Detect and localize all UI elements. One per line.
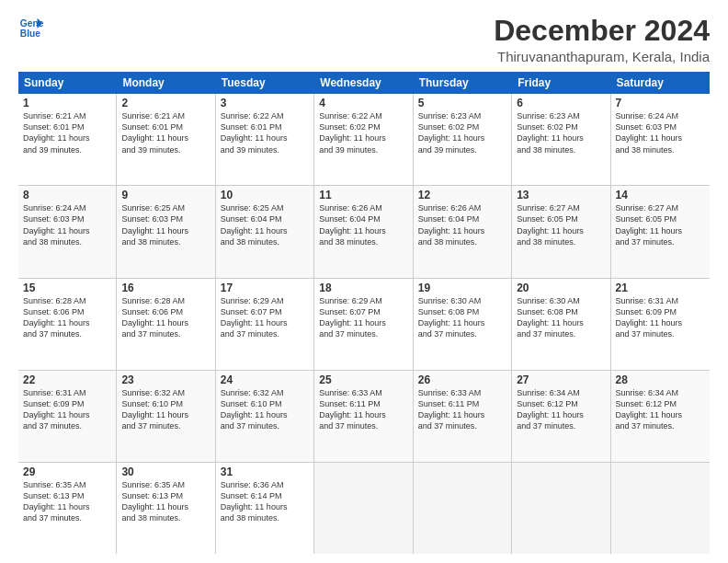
- calendar-cell: 6Sunrise: 6:23 AMSunset: 6:02 PMDaylight…: [512, 94, 610, 185]
- day-info: Sunrise: 6:25 AMSunset: 6:04 PMDaylight:…: [221, 202, 309, 247]
- day-number: 28: [616, 373, 705, 386]
- day-info: Sunrise: 6:22 AMSunset: 6:02 PMDaylight:…: [319, 110, 407, 155]
- calendar-row: 22Sunrise: 6:31 AMSunset: 6:09 PMDayligh…: [18, 371, 710, 463]
- calendar-cell: 27Sunrise: 6:34 AMSunset: 6:12 PMDayligh…: [512, 371, 610, 462]
- day-number: 6: [517, 97, 605, 109]
- day-number: 17: [221, 282, 309, 294]
- day-number: 31: [221, 465, 309, 478]
- day-number: 16: [121, 282, 210, 294]
- calendar-cell: 28Sunrise: 6:34 AMSunset: 6:12 PMDayligh…: [611, 371, 710, 462]
- calendar-row: 8Sunrise: 6:24 AMSunset: 6:03 PMDaylight…: [18, 186, 710, 278]
- calendar-cell: 12Sunrise: 6:26 AMSunset: 6:04 PMDayligh…: [414, 186, 512, 277]
- day-number: 9: [121, 189, 210, 201]
- calendar-cell: 26Sunrise: 6:33 AMSunset: 6:11 PMDayligh…: [414, 371, 512, 462]
- day-info: Sunrise: 6:35 AMSunset: 6:13 PMDaylight:…: [23, 479, 111, 524]
- day-number: 26: [418, 373, 506, 386]
- day-info: Sunrise: 6:22 AMSunset: 6:01 PMDaylight:…: [221, 110, 309, 155]
- day-number: 1: [23, 97, 111, 109]
- calendar-cell: 31Sunrise: 6:36 AMSunset: 6:14 PMDayligh…: [216, 463, 314, 554]
- weekday-header: Monday: [117, 72, 215, 94]
- logo: General Blue: [18, 15, 44, 40]
- header: General Blue December 2024 Thiruvanantha…: [18, 15, 710, 64]
- day-number: 21: [616, 282, 705, 294]
- calendar-cell: 22Sunrise: 6:31 AMSunset: 6:09 PMDayligh…: [18, 371, 117, 462]
- day-info: Sunrise: 6:29 AMSunset: 6:07 PMDaylight:…: [221, 295, 309, 340]
- weekday-header: Friday: [512, 72, 610, 94]
- day-info: Sunrise: 6:33 AMSunset: 6:11 PMDaylight:…: [319, 387, 407, 432]
- day-info: Sunrise: 6:27 AMSunset: 6:05 PMDaylight:…: [517, 202, 605, 247]
- day-info: Sunrise: 6:30 AMSunset: 6:08 PMDaylight:…: [517, 295, 605, 340]
- day-info: Sunrise: 6:36 AMSunset: 6:14 PMDaylight:…: [221, 479, 309, 524]
- day-number: 5: [418, 97, 506, 109]
- calendar-header: SundayMondayTuesdayWednesdayThursdayFrid…: [18, 72, 710, 94]
- logo-icon: General Blue: [18, 15, 44, 40]
- day-number: 24: [221, 373, 309, 386]
- day-number: 18: [319, 282, 407, 294]
- day-number: 27: [517, 373, 605, 386]
- weekday-header: Saturday: [611, 72, 710, 94]
- day-number: 23: [121, 373, 210, 386]
- weekday-header: Sunday: [18, 72, 117, 94]
- calendar-cell: 9Sunrise: 6:25 AMSunset: 6:03 PMDaylight…: [117, 186, 215, 277]
- calendar-cell: 30Sunrise: 6:35 AMSunset: 6:13 PMDayligh…: [117, 463, 215, 554]
- day-info: Sunrise: 6:34 AMSunset: 6:12 PMDaylight:…: [517, 387, 605, 432]
- day-number: 11: [319, 189, 407, 201]
- day-info: Sunrise: 6:21 AMSunset: 6:01 PMDaylight:…: [121, 110, 210, 155]
- day-number: 29: [23, 465, 111, 478]
- calendar-cell: 4Sunrise: 6:22 AMSunset: 6:02 PMDaylight…: [314, 94, 413, 185]
- subtitle: Thiruvananthapuram, Kerala, India: [494, 49, 710, 64]
- calendar-cell: [512, 463, 610, 554]
- calendar-cell: [611, 463, 710, 554]
- day-number: 15: [23, 282, 111, 294]
- calendar-row: 1Sunrise: 6:21 AMSunset: 6:01 PMDaylight…: [18, 94, 710, 186]
- calendar-cell: 13Sunrise: 6:27 AMSunset: 6:05 PMDayligh…: [512, 186, 610, 277]
- weekday-header: Thursday: [414, 72, 512, 94]
- day-number: 13: [517, 189, 605, 201]
- day-info: Sunrise: 6:23 AMSunset: 6:02 PMDaylight:…: [517, 110, 605, 155]
- calendar-cell: 25Sunrise: 6:33 AMSunset: 6:11 PMDayligh…: [314, 371, 413, 462]
- day-info: Sunrise: 6:32 AMSunset: 6:10 PMDaylight:…: [121, 387, 210, 432]
- calendar-row: 15Sunrise: 6:28 AMSunset: 6:06 PMDayligh…: [18, 279, 710, 371]
- day-info: Sunrise: 6:32 AMSunset: 6:10 PMDaylight:…: [221, 387, 309, 432]
- day-number: 12: [418, 189, 506, 201]
- day-info: Sunrise: 6:29 AMSunset: 6:07 PMDaylight:…: [319, 295, 407, 340]
- day-info: Sunrise: 6:28 AMSunset: 6:06 PMDaylight:…: [121, 295, 210, 340]
- calendar-row: 29Sunrise: 6:35 AMSunset: 6:13 PMDayligh…: [18, 463, 710, 554]
- weekday-header: Tuesday: [216, 72, 314, 94]
- day-info: Sunrise: 6:31 AMSunset: 6:09 PMDaylight:…: [23, 387, 111, 432]
- calendar-cell: 24Sunrise: 6:32 AMSunset: 6:10 PMDayligh…: [216, 371, 314, 462]
- day-number: 25: [319, 373, 407, 386]
- svg-text:Blue: Blue: [20, 29, 41, 39]
- day-number: 20: [517, 282, 605, 294]
- day-info: Sunrise: 6:23 AMSunset: 6:02 PMDaylight:…: [418, 110, 506, 155]
- calendar-cell: 10Sunrise: 6:25 AMSunset: 6:04 PMDayligh…: [216, 186, 314, 277]
- calendar-cell: [314, 463, 413, 554]
- day-info: Sunrise: 6:21 AMSunset: 6:01 PMDaylight:…: [23, 110, 111, 155]
- day-number: 3: [221, 97, 309, 109]
- calendar-cell: 8Sunrise: 6:24 AMSunset: 6:03 PMDaylight…: [18, 186, 117, 277]
- title-block: December 2024 Thiruvananthapuram, Kerala…: [494, 15, 710, 64]
- page: General Blue December 2024 Thiruvanantha…: [0, 0, 728, 563]
- calendar-cell: 1Sunrise: 6:21 AMSunset: 6:01 PMDaylight…: [18, 94, 117, 185]
- day-info: Sunrise: 6:26 AMSunset: 6:04 PMDaylight:…: [319, 202, 407, 247]
- day-number: 19: [418, 282, 506, 294]
- day-info: Sunrise: 6:26 AMSunset: 6:04 PMDaylight:…: [418, 202, 506, 247]
- calendar-cell: 23Sunrise: 6:32 AMSunset: 6:10 PMDayligh…: [117, 371, 215, 462]
- calendar-cell: 18Sunrise: 6:29 AMSunset: 6:07 PMDayligh…: [314, 279, 413, 370]
- calendar-cell: [414, 463, 512, 554]
- day-info: Sunrise: 6:24 AMSunset: 6:03 PMDaylight:…: [23, 202, 111, 247]
- day-info: Sunrise: 6:25 AMSunset: 6:03 PMDaylight:…: [121, 202, 210, 247]
- calendar-cell: 29Sunrise: 6:35 AMSunset: 6:13 PMDayligh…: [18, 463, 117, 554]
- calendar-cell: 3Sunrise: 6:22 AMSunset: 6:01 PMDaylight…: [216, 94, 314, 185]
- weekday-header: Wednesday: [314, 72, 413, 94]
- calendar-cell: 2Sunrise: 6:21 AMSunset: 6:01 PMDaylight…: [117, 94, 215, 185]
- calendar-cell: 11Sunrise: 6:26 AMSunset: 6:04 PMDayligh…: [314, 186, 413, 277]
- day-info: Sunrise: 6:35 AMSunset: 6:13 PMDaylight:…: [121, 479, 210, 524]
- day-info: Sunrise: 6:34 AMSunset: 6:12 PMDaylight:…: [616, 387, 705, 432]
- day-info: Sunrise: 6:24 AMSunset: 6:03 PMDaylight:…: [616, 110, 705, 155]
- calendar-cell: 21Sunrise: 6:31 AMSunset: 6:09 PMDayligh…: [611, 279, 710, 370]
- day-number: 14: [616, 189, 705, 201]
- calendar-cell: 14Sunrise: 6:27 AMSunset: 6:05 PMDayligh…: [611, 186, 710, 277]
- day-number: 22: [23, 373, 111, 386]
- calendar-cell: 16Sunrise: 6:28 AMSunset: 6:06 PMDayligh…: [117, 279, 215, 370]
